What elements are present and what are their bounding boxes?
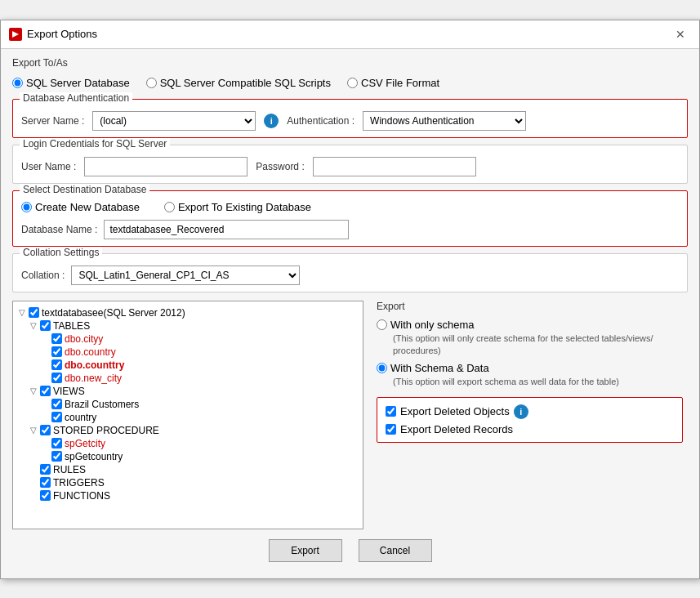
- expand-dbo-cityy: [41, 334, 49, 343]
- password-label: Password :: [256, 161, 304, 172]
- destination-db-section: Select Destination Database Create New D…: [12, 190, 688, 247]
- cb-views[interactable]: [40, 386, 51, 396]
- radio-export-existing[interactable]: Export To Existing Database: [164, 201, 311, 213]
- tree-spgetcountry: spGetcountry: [18, 450, 358, 463]
- radio-schema-data[interactable]: With Schema & Data: [377, 362, 683, 374]
- export-deleted-objects-label: Export Deleted Objects: [400, 405, 510, 417]
- collation-title: Collation Settings: [20, 247, 102, 258]
- radio-csv-input[interactable]: [347, 78, 358, 88]
- tree-dbo-counttry: dbo.counttry: [18, 359, 358, 372]
- export-button[interactable]: Export: [269, 539, 342, 562]
- tree-root-label: textdatabasee(SQL Server 2012): [42, 307, 185, 319]
- cb-country-view[interactable]: [51, 412, 62, 422]
- tree-dbo-cityy: dbo.cityy: [18, 332, 358, 346]
- cb-brazil-customers[interactable]: [51, 399, 62, 409]
- dialog-body: Export To/As SQL Server Database SQL Ser…: [1, 49, 699, 578]
- collation-select[interactable]: SQL_Latin1_General_CP1_CI_AS: [71, 266, 300, 285]
- schema-data-desc: (This option will export schema as well …: [393, 376, 683, 388]
- expand-root[interactable]: ▽: [18, 308, 26, 317]
- username-input[interactable]: [84, 157, 247, 176]
- export-deleted-objects-row: Export Deleted Objects i: [386, 404, 674, 419]
- cb-dbo-country[interactable]: [51, 346, 62, 357]
- password-input[interactable]: [313, 157, 476, 176]
- tree-functions: FUNCTIONS: [18, 489, 358, 502]
- radio-schema-data-input[interactable]: [377, 363, 387, 373]
- server-name-select[interactable]: (local): [92, 111, 256, 131]
- tree-views: ▽ VIEWS: [18, 385, 358, 398]
- tree-spgetcity: spGetcity: [18, 437, 358, 450]
- tree-rules: RULES: [18, 463, 358, 476]
- db-auth-section: Database Authentication Server Name : (l…: [12, 99, 688, 138]
- login-credentials-section: Login Credentials for SQL Server User Na…: [12, 145, 688, 184]
- cb-dbo-new-city[interactable]: [51, 373, 62, 383]
- bottom-area: ▽ textdatabasee(SQL Server 2012) ▽ TABLE…: [12, 301, 688, 529]
- cb-root[interactable]: [29, 307, 39, 318]
- collation-row: Collation : SQL_Latin1_General_CP1_CI_AS: [21, 266, 679, 285]
- cb-dbo-cityy[interactable]: [51, 333, 62, 344]
- tree-stored-proc-label: STORED PROCEDURE: [53, 425, 159, 436]
- expand-stored-proc[interactable]: ▽: [29, 426, 38, 435]
- export-deleted-records-label: Export Deleted Records: [400, 423, 513, 435]
- cb-export-deleted-objects[interactable]: [386, 406, 396, 417]
- export-deleted-box: Export Deleted Objects i Export Deleted …: [377, 397, 683, 443]
- radio-export-existing-input[interactable]: [164, 202, 175, 212]
- dialog-title: Export Options: [27, 28, 97, 40]
- export-to-as-section: Export To/As SQL Server Database SQL Ser…: [12, 57, 688, 92]
- username-label: User Name :: [21, 161, 76, 172]
- cb-stored-proc[interactable]: [40, 425, 51, 435]
- destination-radio-row: Create New Database Export To Existing D…: [21, 201, 679, 213]
- tree-dbo-new-city: dbo.new_city: [18, 372, 358, 385]
- server-info-icon[interactable]: i: [264, 114, 279, 128]
- radio-export-existing-label: Export To Existing Database: [178, 201, 311, 213]
- cb-dbo-counttry[interactable]: [51, 359, 62, 370]
- export-format-group: SQL Server Database SQL Server Compatibl…: [12, 74, 688, 92]
- expand-brazil: [41, 399, 49, 408]
- cb-spgetcountry[interactable]: [51, 451, 62, 462]
- tree-brazil-customers: Brazil Customers: [18, 398, 358, 411]
- export-panel-title: Export: [377, 301, 683, 312]
- tree-dbo-counttry-label: dbo.counttry: [65, 359, 124, 371]
- schema-only-desc: (This option will only create schema for…: [393, 332, 683, 358]
- db-name-input[interactable]: [104, 220, 349, 239]
- radio-create-new-input[interactable]: [21, 202, 32, 212]
- radio-schema-only-input[interactable]: [377, 319, 387, 330]
- cb-spgetcity[interactable]: [51, 438, 62, 448]
- radio-sql-scripts-label: SQL Server Compatible SQL Scripts: [160, 77, 331, 89]
- close-button[interactable]: ✕: [670, 25, 691, 43]
- auth-select[interactable]: Windows Authentication SQL Server Authen…: [363, 111, 526, 131]
- db-name-label: Database Name :: [21, 224, 97, 235]
- radio-sql-scripts-input[interactable]: [146, 78, 157, 88]
- radio-csv[interactable]: CSV File Format: [347, 77, 439, 89]
- export-schema-data-option: With Schema & Data (This option will exp…: [377, 362, 683, 388]
- radio-sql-server-input[interactable]: [12, 78, 23, 88]
- expand-spgetcountry: [41, 452, 49, 461]
- radio-schema-only[interactable]: With only schema: [377, 319, 683, 331]
- tree-country-view: country: [18, 411, 358, 424]
- radio-sql-server-label: SQL Server Database: [26, 77, 130, 89]
- buttons-row: Export Cancel: [12, 539, 688, 570]
- radio-create-new[interactable]: Create New Database: [21, 201, 140, 213]
- radio-sql-scripts[interactable]: SQL Server Compatible SQL Scripts: [146, 77, 331, 89]
- export-deleted-objects-info-icon[interactable]: i: [514, 404, 528, 419]
- cb-functions[interactable]: [40, 490, 51, 501]
- radio-sql-server[interactable]: SQL Server Database: [12, 77, 130, 89]
- cb-triggers[interactable]: [40, 477, 51, 488]
- cb-rules[interactable]: [40, 464, 51, 475]
- collation-label: Collation :: [21, 270, 65, 281]
- tree-triggers: TRIGGERS: [18, 476, 358, 489]
- tree-dbo-new-city-label: dbo.new_city: [65, 373, 122, 384]
- expand-tables[interactable]: ▽: [29, 321, 38, 330]
- radio-create-new-label: Create New Database: [35, 201, 140, 213]
- auth-label: Authentication :: [287, 115, 354, 127]
- tree-spgetcountry-label: spGetcountry: [65, 451, 123, 462]
- tree-dbo-country-label: dbo.country: [65, 346, 116, 358]
- tree-views-label: VIEWS: [53, 386, 85, 397]
- expand-dbo-country: [41, 347, 49, 356]
- expand-views[interactable]: ▽: [29, 386, 38, 395]
- expand-rules: [29, 465, 38, 474]
- svg-marker-0: [12, 31, 19, 38]
- tree-dbo-cityy-label: dbo.cityy: [65, 333, 103, 345]
- cb-export-deleted-records[interactable]: [386, 424, 396, 435]
- cancel-button[interactable]: Cancel: [359, 539, 432, 562]
- cb-tables[interactable]: [40, 320, 51, 331]
